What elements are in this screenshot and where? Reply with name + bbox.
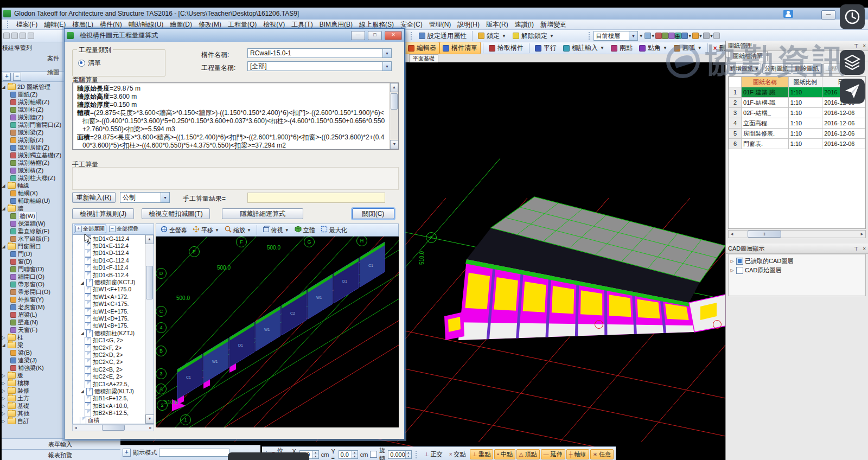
- tree-expander-icon[interactable]: ◢: [1, 85, 6, 90]
- menu-item-新增變更[interactable]: 新增變更: [537, 20, 570, 30]
- deduction-item-扣W1<D+175.[interactable]: 扣W1<D+175.: [73, 315, 154, 322]
- table-row[interactable]: 4立面高程.1:102016-12-06: [729, 118, 865, 129]
- set-common-props-button[interactable]: 設定通用屬性: [416, 30, 470, 42]
- prev-view-icon[interactable]: [703, 33, 710, 39]
- snap-button-垂點[interactable]: ⊥垂點: [470, 449, 494, 459]
- layer-checkbox[interactable]: [736, 258, 743, 265]
- deduction-item-扣C1<G, 2>[interactable]: 扣C1<G, 2>: [73, 337, 154, 344]
- dialog-minimize-button[interactable]: —: [351, 31, 365, 40]
- table-row[interactable]: 5房間裝修表.1:102016-12-06: [729, 129, 865, 139]
- dialog-restore-button[interactable]: □: [368, 31, 382, 40]
- deduction-item-體積扣窗(KCTJ)[interactable]: ◢體積扣窗(KCTJ): [73, 279, 154, 286]
- view-button-俯視[interactable]: 俯視▼: [260, 225, 291, 235]
- tree-vscrollbar[interactable]: ▲ ▼: [145, 235, 154, 424]
- column-header-圖紙比例[interactable]: 圖紙比例: [788, 77, 822, 87]
- tree-expander-icon[interactable]: ▷: [1, 335, 6, 340]
- rotate-checkbox[interactable]: [370, 451, 377, 458]
- snap-button-中點[interactable]: •中點: [494, 449, 515, 459]
- deduction-item-扣B2<B+12.5,[interactable]: 扣B2<B+12.5,: [73, 410, 154, 417]
- tree-expander-icon[interactable]: ◢: [80, 389, 85, 394]
- zoom-extents-icon[interactable]: ⊕: [675, 33, 681, 39]
- cad-layer-CAD原始圖層[interactable]: ▷CAD原始圖層: [730, 266, 864, 275]
- collapse-all-button[interactable]: −全部摺疊: [107, 225, 140, 233]
- toolbar-button-兩點[interactable]: 兩點: [608, 42, 636, 54]
- deduction-item-扣W1<B+175.[interactable]: 扣W1<B+175.: [73, 323, 154, 330]
- tree-expander-icon[interactable]: ◢: [1, 183, 6, 188]
- deduction-item-體積扣柱(KZTJ)[interactable]: ◢體積扣柱(KZTJ): [73, 330, 154, 337]
- deduction-item-扣C2<F, 2>[interactable]: 扣C2<F, 2>: [73, 344, 154, 352]
- hide-detail-expression-button[interactable]: 隱藏詳細運算式: [222, 208, 303, 219]
- tree-expander-icon[interactable]: ◢: [80, 331, 85, 336]
- overlay-layers-button[interactable]: [840, 50, 865, 75]
- close-button[interactable]: 關閉(C): [352, 208, 394, 219]
- deduction-item-扣W1<A+172.[interactable]: 扣W1<A+172.: [73, 293, 154, 301]
- tree-expander-icon[interactable]: ▷: [730, 259, 735, 264]
- deduction-item-扣D1<C-112.4[interactable]: 扣D1<C-112.4: [73, 257, 154, 264]
- deduction-item-扣D1<E-112.4[interactable]: 扣D1<E-112.4: [73, 242, 154, 250]
- lock-button[interactable]: 鎖定▼: [475, 30, 509, 42]
- computer-calc-text[interactable]: 牆原始長度=29.875 m牆原始高度=3.600 m牆原始厚度=0.150 m…: [72, 82, 399, 150]
- sheet-hscrollbar[interactable]: ◄ ⦀ ►: [728, 230, 866, 238]
- report-preview-tab[interactable]: 報表預覽: [0, 449, 120, 460]
- save-icon[interactable]: [20, 33, 26, 39]
- tree-expander-icon[interactable]: ▷: [1, 396, 6, 401]
- dialog-close-button[interactable]: ✕: [385, 31, 402, 40]
- rotate-input[interactable]: 0.000 ▲▼: [388, 450, 412, 459]
- snap-button-頂點[interactable]: △頂點: [516, 449, 540, 459]
- table-row[interactable]: 302F-結構_1:102016-12-06: [729, 108, 865, 118]
- zoom-window-icon[interactable]: [681, 33, 688, 39]
- new-file-icon[interactable]: [3, 33, 10, 39]
- view-button-平移[interactable]: 平移▼: [190, 225, 221, 235]
- unit-select[interactable]: 公制▼: [120, 192, 170, 203]
- orbit-icon[interactable]: [668, 33, 675, 39]
- view-3d-deduction-button[interactable]: 檢視立體扣減圖(T): [142, 208, 210, 219]
- cad-layer-已讀取的CAD圖層[interactable]: ▷已讀取的CAD圖層: [730, 257, 864, 266]
- tree-expander-icon[interactable]: ▷: [1, 404, 6, 408]
- menu-item-管理(N)[interactable]: 管理(N): [426, 20, 455, 30]
- deduction-item-扣B1<F+12.5,[interactable]: 扣B1<F+12.5,: [73, 395, 154, 403]
- deduction-item-扣D1<D-112.4[interactable]: 扣D1<D-112.4: [73, 250, 154, 257]
- deduction-item-扣W1<F+175.0[interactable]: 扣W1<F+175.0: [73, 286, 154, 293]
- snap-button-交點[interactable]: ×交點: [446, 449, 469, 459]
- manual-calc-text[interactable]: [72, 167, 399, 190]
- sheet-button-刪除圖紙[interactable]: 刪除圖紙: [793, 63, 822, 74]
- tree-expander-icon[interactable]: ▷: [1, 388, 6, 393]
- toolbar-button-拾取構件[interactable]: 拾取構件: [486, 42, 527, 54]
- tree-expander-icon[interactable]: ▷: [1, 373, 6, 378]
- form-input-tab[interactable]: 表單輸入: [0, 438, 120, 450]
- tree-expander-icon[interactable]: ◢: [80, 280, 85, 285]
- toolbar-button-構件清單[interactable]: 構件清單: [439, 42, 481, 54]
- menu-item-說明(H)[interactable]: 說明(H): [454, 20, 483, 30]
- sheet-button-分割圖紙[interactable]: 分割圖紙: [762, 63, 792, 74]
- view-button-最大化[interactable]: 最大化: [318, 225, 349, 235]
- deduction-item-扣W1<E+175.[interactable]: 扣W1<E+175.: [73, 308, 154, 315]
- unlock-button[interactable]: 解除鎖定▼: [509, 30, 557, 42]
- manual-result-input[interactable]: [247, 193, 385, 203]
- component-name-select[interactable]: RCwall-15.0-1▼: [247, 48, 392, 58]
- view-cube-icon[interactable]: [644, 33, 651, 39]
- tree-expander-icon[interactable]: ▷: [730, 268, 735, 273]
- view-calc-rules-button[interactable]: 檢視計算規則(J): [72, 208, 134, 219]
- tree-expander-icon[interactable]: ▷: [1, 381, 6, 386]
- view-button-縮放[interactable]: 縮放▼: [222, 225, 253, 235]
- view-button-立體[interactable]: 立體: [292, 225, 317, 235]
- collapse-all-icon[interactable]: −: [13, 73, 21, 81]
- select-arrow-icon[interactable]: [655, 33, 662, 39]
- deduction-item-扣C2<E, 2>[interactable]: 扣C2<E, 2>: [73, 373, 154, 380]
- expand-all-button[interactable]: +全部展開: [74, 225, 106, 233]
- menu-item-檔案(F)[interactable]: 檔案(F): [13, 20, 41, 30]
- print-icon[interactable]: [28, 33, 34, 39]
- deduction-item-扣C1<A+22.5,[interactable]: 扣C1<A+22.5,: [73, 381, 154, 388]
- deduction-item-扣D1<B-112.4[interactable]: 扣D1<B-112.4: [73, 272, 154, 279]
- view-button-全螢幕[interactable]: 全螢幕: [158, 225, 189, 235]
- menu-item-速讚(I)[interactable]: 速讚(I): [512, 20, 537, 30]
- deduction-item-扣C2<D, 2>[interactable]: 扣C2<D, 2>: [73, 352, 154, 359]
- deduction-item-面積[interactable]: 面積: [73, 417, 154, 424]
- snap-button-正交[interactable]: ⊥正交: [422, 449, 445, 459]
- toolbar-button-圓弧[interactable]: 圓弧▼: [671, 42, 705, 54]
- tree-expander-icon[interactable]: ▷: [1, 411, 6, 416]
- toolbar-button-平行[interactable]: 平行: [532, 42, 560, 54]
- close-icon[interactable]: ×: [863, 246, 866, 252]
- snap-button-延伸[interactable]: —延伸: [541, 449, 565, 459]
- minimize-button[interactable]: —: [821, 10, 835, 20]
